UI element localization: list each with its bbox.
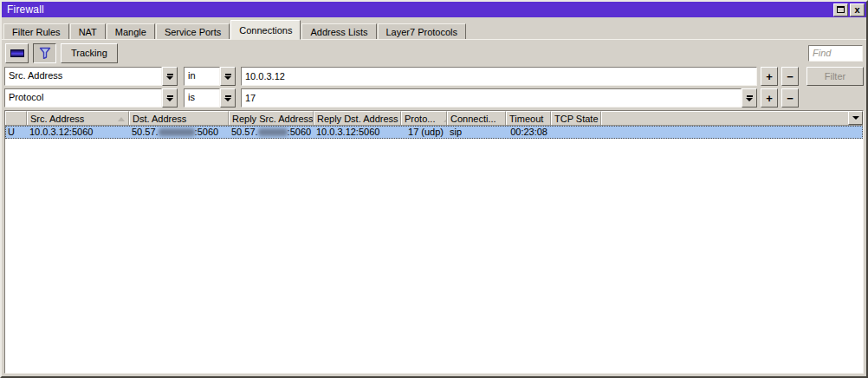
column-header-reply-dst-address[interactable]: Reply Dst. Address [314,111,401,125]
column-header-flags[interactable] [5,111,27,125]
maximize-icon [837,6,845,13]
dropdown-icon [166,95,173,101]
filter-field-combo[interactable]: Src. Address [4,67,178,86]
filter-value-input-src-address[interactable] [241,67,757,86]
dropdown-button[interactable] [162,67,178,86]
cell-tcp-state [551,126,601,139]
dst-address-suffix: :5060 [195,127,219,137]
tab-bar: Filter Rules NAT Mangle Service Ports Co… [2,17,866,40]
reply-src-prefix: 50.57. [231,127,258,137]
redacted-blur [159,128,195,136]
filter-toggle-button[interactable] [33,43,56,63]
cell-dst-address: 50.57.:5060 [129,126,229,139]
window-title: Firewall [7,3,832,16]
cell-timeout: 00:23:08 [506,126,551,139]
find-input[interactable] [808,45,863,62]
cell-flags: U [5,126,27,139]
tab-mangle[interactable]: Mangle [107,23,155,40]
filter-operator-combo[interactable]: is [184,88,220,108]
cell-filler [601,126,863,139]
dropdown-button[interactable] [220,67,236,86]
dst-address-prefix: 50.57. [132,127,159,137]
filter-row-src-address: Src. Address in + − Filter [4,67,864,86]
remove-filter-button[interactable]: − [781,88,799,108]
cell-src-address: 10.0.3.12:5060 [27,126,129,139]
filter-row-protocol: Protocol is + − [4,88,864,108]
column-header-timeout[interactable]: Timeout [506,111,551,125]
dropdown-icon [746,95,753,101]
column-header-label: Proto... [405,114,435,124]
toolbar: Tracking [2,40,866,66]
redacted-blur [258,128,288,136]
add-filter-button[interactable]: + [761,88,778,108]
chevron-down-icon [852,116,859,120]
filter-field-value: Protocol [4,88,162,108]
cell-reply-dst-address: 10.0.3.12:5060 [314,126,401,139]
tab-address-lists[interactable]: Address Lists [301,23,376,40]
column-header-reply-src-address[interactable]: Reply Src. Address [229,111,314,125]
maximize-button[interactable] [833,3,848,16]
filter-field-combo[interactable]: Protocol [4,88,178,108]
filter-field-value: Src. Address [4,67,162,86]
reply-src-suffix: :5060 [288,127,312,137]
close-icon: x [854,6,859,13]
apply-filter-button[interactable]: Filter [806,67,864,86]
dropdown-icon [224,95,231,101]
tab-filter-rules[interactable]: Filter Rules [3,23,69,40]
dropdown-button[interactable] [220,88,236,108]
column-header-protocol[interactable]: Proto... [401,111,447,125]
dropdown-button[interactable] [742,88,757,108]
remove-filter-button[interactable]: − [781,67,799,86]
funnel-icon [39,47,51,59]
column-header-label: Src. Address [30,114,84,124]
sort-ascending-icon [118,117,125,121]
column-header-filler [601,111,863,125]
tracking-button[interactable]: Tracking [61,43,118,63]
column-header-connection[interactable]: Connecti... [447,111,506,125]
remove-connection-button[interactable] [5,43,29,63]
connection-row-selected[interactable]: U 10.0.3.12:5060 50.57.:5060 50.57.:5060… [5,126,863,139]
table-header: Src. Address Dst. Address Reply Src. Add… [5,111,863,126]
filter-area: Src. Address in + − Filter Protocol [2,66,866,110]
cell-reply-src-address: 50.57.:5060 [229,126,314,139]
dropdown-icon [224,74,231,80]
cell-connection-type: sip [447,126,506,139]
add-filter-button[interactable]: + [761,67,778,86]
dropdown-icon [166,74,173,80]
cell-protocol: 17 (udp) [401,126,447,139]
firewall-window: Firewall x Filter Rules NAT Mangle Servi… [0,0,868,378]
column-header-dst-address[interactable]: Dst. Address [129,111,229,125]
filter-operator-value: in [184,67,220,86]
connections-list: Src. Address Dst. Address Reply Src. Add… [4,110,864,374]
column-header-src-address[interactable]: Src. Address [27,111,129,125]
filter-operator-value: is [184,88,220,108]
tab-service-ports[interactable]: Service Ports [156,23,230,40]
column-select-button[interactable] [848,111,863,125]
tab-nat[interactable]: NAT [70,23,106,40]
titlebar: Firewall x [2,2,866,17]
dropdown-button[interactable] [162,88,178,108]
filter-operator-combo[interactable]: in [184,67,220,86]
filter-value-input-protocol[interactable] [241,88,742,108]
close-button[interactable]: x [850,3,865,16]
column-header-tcp-state[interactable]: TCP State [551,111,601,125]
tab-layer7-protocols[interactable]: Layer7 Protocols [378,23,467,40]
tab-connections[interactable]: Connections [230,20,301,40]
minus-icon [10,49,24,57]
